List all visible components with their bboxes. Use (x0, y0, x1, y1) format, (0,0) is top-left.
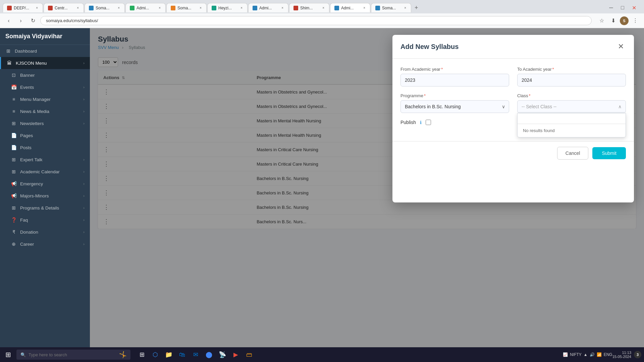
taskbar-explorer-icon[interactable]: 📁 (163, 349, 175, 361)
menu-button[interactable]: ⋮ (631, 16, 640, 25)
tab-5[interactable]: Soma... × (166, 3, 207, 12)
sidebar-item-menu-manager[interactable]: ≡ Menu Manager (0, 93, 90, 105)
sidebar-expert-talk-label: Expert Talk (20, 157, 80, 162)
sidebar-item-posts[interactable]: 📄 Posts (0, 141, 90, 154)
donation-arrow (83, 230, 85, 234)
from-year-input[interactable] (400, 74, 509, 86)
tab-close-9[interactable]: × (363, 5, 366, 10)
tab-3[interactable]: Soma... × (85, 3, 125, 12)
taskbar-time[interactable]: 11:13 15-05-2024 (612, 351, 631, 359)
expert-talk-arrow (83, 158, 85, 162)
notification-badge[interactable]: 3 (634, 351, 641, 358)
reload-button[interactable]: ↻ (28, 16, 38, 25)
sidebar-item-newsletters[interactable]: ⊞ Newsletters (0, 117, 90, 129)
sidebar-item-faq[interactable]: ❓ Faq (0, 214, 90, 226)
programme-select[interactable]: Bachelors in B.Sc. Nursing (400, 100, 509, 113)
tab-close-6[interactable]: × (240, 5, 243, 10)
sidebar-item-dashboard[interactable]: ⊞ Dashboard (0, 45, 90, 57)
programs-details-icon: ⊞ (11, 205, 17, 210)
tab-9[interactable]: Admi... × (330, 3, 370, 12)
taskbar-chrome-icon[interactable]: ⬤ (203, 349, 215, 361)
sidebar-events-label: Events (20, 85, 80, 90)
tab-close-7[interactable]: × (281, 5, 284, 10)
tab-title-3: Soma... (96, 6, 115, 10)
user-avatar[interactable]: S (620, 16, 629, 25)
publish-checkbox[interactable] (426, 120, 431, 125)
sidebar-item-academic-calendar[interactable]: ⊞ Academic Calendar (0, 166, 90, 178)
class-select-placeholder: -- Select Class -- (522, 104, 556, 109)
sidebar-item-majors-minors[interactable]: 📢 Majors-Minors (0, 190, 90, 202)
class-group: Class* -- Select Class -- ∧ No results f… (517, 93, 626, 113)
sidebar-item-programs-details[interactable]: ⊞ Programs & Details (0, 202, 90, 214)
tab-close-5[interactable]: × (199, 5, 202, 10)
sidebar-nav: ⊞ Dashboard 🏛 KJSCON Menu ⊡ Banner 📅 Eve… (0, 45, 90, 362)
submit-button[interactable]: Submit (592, 147, 626, 159)
sidebar-item-kjscon[interactable]: 🏛 KJSCON Menu (0, 57, 90, 69)
tab-7[interactable]: Admi... × (248, 3, 288, 12)
tab-8[interactable]: Shim... × (289, 3, 329, 12)
bookmark-button[interactable]: ☆ (597, 16, 606, 25)
class-dropdown-wrapper: -- Select Class -- ∧ No results found (517, 100, 626, 113)
tab-close-3[interactable]: × (117, 5, 120, 10)
class-label: Class* (517, 93, 626, 98)
tab-10[interactable]: Soma... × (371, 3, 411, 12)
modal-footer: Cancel Submit (392, 141, 634, 165)
minimize-button[interactable]: ─ (606, 3, 616, 12)
start-button[interactable]: ⊞ (3, 349, 14, 360)
back-button[interactable]: ‹ (4, 16, 13, 25)
sidebar-banner-label: Banner (20, 73, 85, 78)
emergency-icon: 📢 (11, 181, 17, 186)
tab-close-10[interactable]: × (404, 5, 407, 10)
url-bar[interactable] (40, 16, 592, 25)
tab-6[interactable]: Heyzi... × (207, 3, 248, 12)
nifty-label: NIFTY (570, 352, 582, 357)
tab-close-8[interactable]: × (322, 5, 325, 10)
modal-close-button[interactable]: ✕ (616, 42, 626, 52)
sidebar-item-expert-talk[interactable]: ⊞ Expert Talk (0, 154, 90, 166)
to-year-input[interactable] (517, 74, 626, 86)
tab-4[interactable]: Admi... × (125, 3, 166, 12)
class-select-display[interactable]: -- Select Class -- ∧ (517, 100, 626, 113)
maximize-button[interactable]: □ (618, 3, 627, 12)
forward-button[interactable]: › (16, 16, 25, 25)
download-button[interactable]: ⬇ (608, 16, 618, 25)
close-window-button[interactable]: ✕ (629, 3, 639, 12)
clock-date: 15-05-2024 (612, 355, 631, 359)
class-search-input[interactable] (518, 113, 626, 124)
sidebar-item-events[interactable]: 📅 Events (0, 81, 90, 93)
taskbar-wifi-icon[interactable]: 📡 (216, 349, 228, 361)
tab-close-1[interactable]: × (35, 5, 39, 10)
taskbar-ssms-icon[interactable]: 🗃 (243, 349, 255, 361)
tab-1[interactable]: DEEP/... × (3, 3, 43, 12)
taskbar-search-icon: 🔍 (20, 352, 26, 357)
taskbar-store-icon[interactable]: 🛍 (176, 349, 188, 361)
modal-title: Add New Syllabus (400, 43, 459, 51)
tab-title-9: Admi... (341, 6, 361, 10)
tab-close-2[interactable]: × (76, 5, 79, 10)
taskbar-mail-icon[interactable]: ✉ (190, 349, 202, 361)
sidebar-newsletters-label: Newsletters (20, 121, 80, 126)
tab-favicon-10 (375, 6, 380, 10)
cancel-button[interactable]: Cancel (557, 147, 589, 160)
new-tab-button[interactable]: + (412, 3, 421, 13)
tab-favicon-8 (293, 6, 298, 10)
sidebar-item-career[interactable]: ⊕ Career (0, 238, 90, 250)
donation-icon: ₹ (11, 229, 17, 235)
taskbar-apps-icon[interactable]: ⊞ (136, 349, 148, 361)
sidebar-item-pages[interactable]: 📄 Pages (0, 129, 90, 141)
sidebar-item-donation[interactable]: ₹ Donation (0, 226, 90, 238)
sidebar-item-banner[interactable]: ⊡ Banner (0, 69, 90, 81)
programs-details-arrow (83, 206, 85, 210)
taskbar: ⊞ 🔍 🤸 ⊞ ⬡ 📁 🛍 ✉ ⬤ 📡 ▶ 🗃 📈 NIFTY ▲ 🔊 📶 EN… (0, 347, 644, 362)
tab-favicon-1 (7, 6, 12, 10)
sidebar-item-emergency[interactable]: 📢 Emergency (0, 178, 90, 190)
sidebar-item-news-media[interactable]: ≡ News & Media (0, 105, 90, 117)
taskbar-edge-icon[interactable]: ⬡ (149, 349, 161, 361)
taskbar-search-input[interactable] (29, 352, 116, 357)
taskbar-media-icon[interactable]: ▶ (230, 349, 242, 361)
tab-2[interactable]: Centr... × (44, 3, 84, 12)
events-arrow (83, 85, 85, 89)
news-media-icon: ≡ (11, 109, 17, 114)
tab-close-4[interactable]: × (158, 5, 161, 10)
tab-title-7: Admi... (259, 6, 279, 10)
